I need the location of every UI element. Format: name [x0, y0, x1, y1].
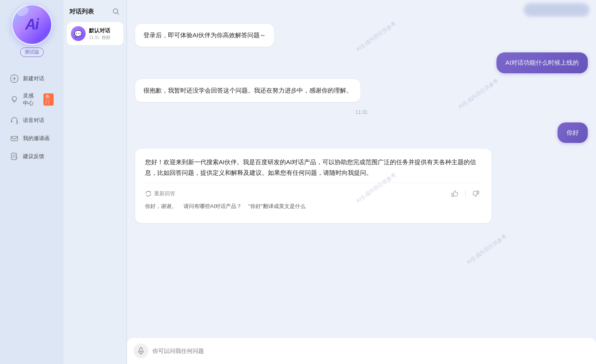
message-actions: 重新回答 | [145, 183, 482, 199]
svg-rect-6 [11, 136, 18, 141]
logo-text: Ai [25, 16, 39, 33]
ai-message-large-text: 您好！欢迎来到新一代搜索AI伙伴。我是百度研发的AI对话产品，可以协助您完成范围… [145, 157, 482, 178]
hot-badge: 热门 [43, 93, 54, 106]
sidebar-item-feedback-label: 建议反馈 [23, 153, 44, 160]
input-area [127, 337, 596, 364]
beta-badge: 测试版 [20, 47, 44, 57]
svg-rect-4 [11, 120, 12, 122]
user-message-2: 你好 [557, 122, 588, 143]
user-message-1-text: AI对话功能什么时候上线的 [505, 59, 579, 66]
sidebar-item-new-chat-label: 新建对话 [23, 75, 44, 82]
suggestion-chip-3[interactable]: "你好"翻译成英文是什么 [248, 202, 305, 211]
like-button[interactable] [449, 188, 460, 199]
regenerate-button[interactable]: 重新回答 [145, 190, 175, 197]
lightbulb-icon [10, 95, 19, 104]
sidebar-item-new-chat[interactable]: 新建对话 [3, 70, 60, 87]
sidebar-item-invite-label: 我的邀请函 [23, 135, 50, 142]
svg-rect-5 [16, 120, 18, 122]
user-info-blurred [524, 3, 589, 16]
svg-rect-10 [452, 193, 453, 197]
conversation-preview: 你好 [102, 34, 111, 41]
sidebar-item-inspiration-label: 灵感中心 [23, 92, 39, 107]
sidebar-item-voice[interactable]: 语音对话 [3, 112, 60, 129]
envelope-icon [10, 134, 19, 143]
timestamp-1: 11:31 [135, 109, 588, 115]
conversation-header: 对话列表 [63, 0, 127, 20]
conversation-time: 11:31 [89, 35, 99, 40]
sidebar-item-invite[interactable]: 我的邀请函 [3, 130, 60, 147]
search-button[interactable] [111, 7, 121, 16]
conversation-panel: 对话列表 💬 默认对话 11:31 你好 [63, 0, 127, 364]
feedback-divider: | [465, 189, 466, 199]
ai-message-2-text: 很抱歉，我暂时还没学会回答这个问题。我还在努力进步中，感谢你的理解。 [143, 87, 352, 94]
svg-line-9 [117, 13, 119, 14]
conversation-avatar-icon: 💬 [74, 30, 82, 38]
chat-input[interactable] [152, 348, 589, 354]
svg-point-3 [12, 97, 17, 101]
sidebar: Ai 测试版 新建对话 灵感中心 [0, 0, 63, 364]
main-chat-area: AI生成内容仅供参考 AI生成内容仅供参考 AI生成内容仅供参考 AI生成内容仅… [127, 0, 596, 364]
conversation-info: 默认对话 11:31 你好 [89, 27, 119, 41]
app-logo: Ai [11, 4, 52, 45]
sidebar-nav: 新建对话 灵感中心 热门 语音对话 [0, 62, 63, 364]
ai-message-2: 很抱歉，我暂时还没学会回答这个问题。我还在努力进步中，感谢你的理解。 [135, 79, 360, 102]
ai-message-1: 登录后，即可体验AI伙伴为你高效解答问题～ [135, 24, 274, 47]
suggestions-row: 你好，谢谢。 请问有哪些AI对话产品？ "你好"翻译成英文是什么 [145, 199, 482, 215]
conversation-list-title: 对话列表 [69, 8, 94, 16]
ai-message-large: 您好！欢迎来到新一代搜索AI伙伴。我是百度研发的AI对话产品，可以协助您完成范围… [135, 149, 492, 223]
sidebar-item-voice-label: 语音对话 [23, 117, 44, 124]
conversation-name: 默认对话 [89, 27, 119, 34]
plus-circle-icon [10, 74, 19, 83]
dislike-button[interactable] [470, 188, 482, 199]
suggestion-chip-1[interactable]: 你好，谢谢。 [145, 202, 177, 211]
svg-rect-12 [140, 348, 142, 352]
user-message-2-text: 你好 [567, 129, 579, 136]
conversation-item-default[interactable]: 💬 默认对话 11:31 你好 [67, 22, 123, 45]
sidebar-item-feedback[interactable]: 建议反馈 [3, 148, 60, 165]
top-bar [127, 0, 596, 20]
document-edit-icon [10, 152, 19, 161]
logo-container: Ai 测试版 [11, 4, 52, 57]
svg-rect-11 [478, 191, 479, 194]
headset-icon [10, 116, 19, 125]
regenerate-label: 重新回答 [154, 190, 175, 197]
conversation-avatar: 💬 [71, 26, 86, 41]
chat-messages: 登录后，即可体验AI伙伴为你高效解答问题～ AI对话功能什么时候上线的 很抱歉，… [127, 20, 596, 337]
sidebar-item-inspiration[interactable]: 灵感中心 热门 [3, 88, 60, 111]
user-message-1: AI对话功能什么时候上线的 [496, 52, 588, 73]
suggestion-chip-2[interactable]: 请问有哪些AI对话产品？ [184, 202, 242, 211]
ai-message-1-text: 登录后，即可体验AI伙伴为你高效解答问题～ [143, 32, 266, 38]
mic-button[interactable] [134, 344, 148, 358]
